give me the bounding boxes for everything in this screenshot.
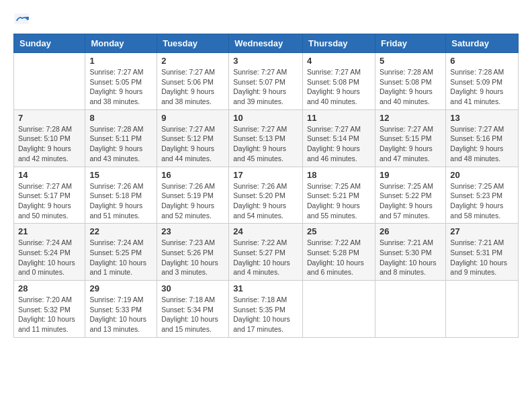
calendar-cell: 16Sunrise: 7:26 AMSunset: 5:19 PMDayligh… — [157, 167, 229, 224]
calendar-cell: 26Sunrise: 7:21 AMSunset: 5:30 PMDayligh… — [375, 224, 445, 281]
calendar-table: SundayMondayTuesdayWednesdayThursdayFrid… — [13, 34, 519, 338]
calendar-cell: 14Sunrise: 7:27 AMSunset: 5:17 PMDayligh… — [14, 167, 85, 224]
day-number: 9 — [161, 113, 224, 123]
day-number: 23 — [161, 226, 224, 236]
day-number: 26 — [380, 226, 441, 236]
calendar-cell: 5Sunrise: 7:28 AMSunset: 5:08 PMDaylight… — [375, 53, 445, 110]
calendar-cell: 13Sunrise: 7:27 AMSunset: 5:16 PMDayligh… — [446, 109, 519, 167]
day-number: 29 — [89, 283, 152, 293]
calendar-cell: 2Sunrise: 7:27 AMSunset: 5:06 PMDaylight… — [157, 53, 229, 110]
day-info: Sunrise: 7:22 AMSunset: 5:28 PMDaylight:… — [307, 238, 371, 277]
week-row-3: 14Sunrise: 7:27 AMSunset: 5:17 PMDayligh… — [14, 167, 519, 224]
week-row-1: 1Sunrise: 7:27 AMSunset: 5:05 PMDaylight… — [14, 53, 519, 110]
day-info: Sunrise: 7:27 AMSunset: 5:12 PMDaylight:… — [161, 124, 224, 164]
day-number: 14 — [18, 170, 81, 180]
day-number: 28 — [18, 283, 81, 293]
calendar-cell: 20Sunrise: 7:25 AMSunset: 5:23 PMDayligh… — [446, 167, 519, 224]
day-number: 10 — [233, 113, 298, 123]
day-info: Sunrise: 7:27 AMSunset: 5:16 PMDaylight:… — [450, 124, 514, 164]
calendar-cell: 17Sunrise: 7:26 AMSunset: 5:20 PMDayligh… — [229, 167, 303, 224]
day-number: 30 — [161, 283, 224, 293]
logo-icon — [13, 11, 30, 27]
day-info: Sunrise: 7:23 AMSunset: 5:26 PMDaylight:… — [161, 238, 224, 277]
calendar-cell: 6Sunrise: 7:28 AMSunset: 5:09 PMDaylight… — [446, 53, 519, 110]
calendar-cell: 29Sunrise: 7:19 AMSunset: 5:33 PMDayligh… — [85, 281, 157, 338]
day-number: 24 — [233, 226, 298, 236]
column-header-friday: Friday — [375, 34, 445, 53]
calendar-cell: 30Sunrise: 7:18 AMSunset: 5:34 PMDayligh… — [157, 281, 229, 338]
day-info: Sunrise: 7:26 AMSunset: 5:18 PMDaylight:… — [89, 181, 152, 221]
day-number: 25 — [307, 226, 371, 236]
day-info: Sunrise: 7:27 AMSunset: 5:14 PMDaylight:… — [307, 124, 371, 164]
calendar-cell: 27Sunrise: 7:21 AMSunset: 5:31 PMDayligh… — [446, 224, 519, 281]
calendar-cell: 18Sunrise: 7:25 AMSunset: 5:21 PMDayligh… — [303, 167, 375, 224]
day-number: 13 — [450, 113, 514, 123]
day-info: Sunrise: 7:27 AMSunset: 5:13 PMDaylight:… — [233, 124, 298, 164]
column-header-tuesday: Tuesday — [157, 34, 229, 53]
calendar-cell: 31Sunrise: 7:18 AMSunset: 5:35 PMDayligh… — [229, 281, 303, 338]
day-info: Sunrise: 7:25 AMSunset: 5:23 PMDaylight:… — [450, 181, 514, 221]
column-header-thursday: Thursday — [303, 34, 375, 53]
calendar-cell: 22Sunrise: 7:24 AMSunset: 5:25 PMDayligh… — [85, 224, 157, 281]
day-number: 21 — [18, 226, 81, 236]
week-row-2: 7Sunrise: 7:28 AMSunset: 5:10 PMDaylight… — [14, 109, 519, 167]
column-header-wednesday: Wednesday — [229, 34, 303, 53]
calendar-cell — [14, 53, 85, 110]
day-info: Sunrise: 7:19 AMSunset: 5:33 PMDaylight:… — [89, 295, 152, 334]
day-info: Sunrise: 7:22 AMSunset: 5:27 PMDaylight:… — [233, 238, 298, 277]
day-number: 15 — [89, 170, 152, 180]
column-header-monday: Monday — [85, 34, 157, 53]
day-info: Sunrise: 7:24 AMSunset: 5:24 PMDaylight:… — [18, 238, 81, 277]
calendar-cell: 10Sunrise: 7:27 AMSunset: 5:13 PMDayligh… — [229, 109, 303, 167]
calendar-cell: 3Sunrise: 7:27 AMSunset: 5:07 PMDaylight… — [229, 53, 303, 110]
day-info: Sunrise: 7:24 AMSunset: 5:25 PMDaylight:… — [89, 238, 152, 277]
week-row-4: 21Sunrise: 7:24 AMSunset: 5:24 PMDayligh… — [14, 224, 519, 281]
day-number: 2 — [161, 56, 224, 66]
calendar-cell: 7Sunrise: 7:28 AMSunset: 5:10 PMDaylight… — [14, 109, 85, 167]
calendar-cell: 1Sunrise: 7:27 AMSunset: 5:05 PMDaylight… — [85, 53, 157, 110]
calendar-cell: 4Sunrise: 7:27 AMSunset: 5:08 PMDaylight… — [303, 53, 375, 110]
day-info: Sunrise: 7:21 AMSunset: 5:31 PMDaylight:… — [450, 238, 514, 277]
day-info: Sunrise: 7:27 AMSunset: 5:07 PMDaylight:… — [233, 67, 298, 107]
day-info: Sunrise: 7:27 AMSunset: 5:08 PMDaylight:… — [307, 67, 371, 107]
calendar-cell: 15Sunrise: 7:26 AMSunset: 5:18 PMDayligh… — [85, 167, 157, 224]
day-info: Sunrise: 7:27 AMSunset: 5:05 PMDaylight:… — [89, 67, 152, 107]
column-header-sunday: Sunday — [14, 34, 85, 53]
day-number: 19 — [380, 170, 441, 180]
day-number: 8 — [89, 113, 152, 123]
day-info: Sunrise: 7:25 AMSunset: 5:22 PMDaylight:… — [380, 181, 441, 221]
day-info: Sunrise: 7:26 AMSunset: 5:20 PMDaylight:… — [233, 181, 298, 221]
day-info: Sunrise: 7:18 AMSunset: 5:34 PMDaylight:… — [161, 295, 224, 334]
page-header — [13, 11, 519, 27]
day-number: 6 — [450, 56, 514, 66]
day-number: 7 — [18, 113, 81, 123]
calendar-header-row: SundayMondayTuesdayWednesdayThursdayFrid… — [14, 34, 519, 53]
day-number: 4 — [307, 56, 371, 66]
calendar-cell — [375, 281, 445, 338]
calendar-cell — [446, 281, 519, 338]
calendar-cell — [303, 281, 375, 338]
calendar-cell: 25Sunrise: 7:22 AMSunset: 5:28 PMDayligh… — [303, 224, 375, 281]
day-number: 3 — [233, 56, 298, 66]
day-info: Sunrise: 7:28 AMSunset: 5:09 PMDaylight:… — [450, 67, 514, 107]
calendar-cell: 19Sunrise: 7:25 AMSunset: 5:22 PMDayligh… — [375, 167, 445, 224]
calendar-cell: 21Sunrise: 7:24 AMSunset: 5:24 PMDayligh… — [14, 224, 85, 281]
day-info: Sunrise: 7:27 AMSunset: 5:06 PMDaylight:… — [161, 67, 224, 107]
day-number: 5 — [380, 56, 441, 66]
day-number: 16 — [161, 170, 224, 180]
day-info: Sunrise: 7:18 AMSunset: 5:35 PMDaylight:… — [233, 295, 298, 334]
day-info: Sunrise: 7:26 AMSunset: 5:19 PMDaylight:… — [161, 181, 224, 221]
column-header-saturday: Saturday — [446, 34, 519, 53]
day-info: Sunrise: 7:27 AMSunset: 5:15 PMDaylight:… — [380, 124, 441, 164]
day-info: Sunrise: 7:28 AMSunset: 5:11 PMDaylight:… — [89, 124, 152, 164]
calendar-cell: 11Sunrise: 7:27 AMSunset: 5:14 PMDayligh… — [303, 109, 375, 167]
day-number: 22 — [89, 226, 152, 236]
day-number: 11 — [307, 113, 371, 123]
calendar-cell: 28Sunrise: 7:20 AMSunset: 5:32 PMDayligh… — [14, 281, 85, 338]
calendar-cell: 9Sunrise: 7:27 AMSunset: 5:12 PMDaylight… — [157, 109, 229, 167]
day-number: 1 — [89, 56, 152, 66]
day-number: 12 — [380, 113, 441, 123]
day-info: Sunrise: 7:21 AMSunset: 5:30 PMDaylight:… — [380, 238, 441, 277]
day-number: 17 — [233, 170, 298, 180]
logo — [13, 11, 32, 27]
